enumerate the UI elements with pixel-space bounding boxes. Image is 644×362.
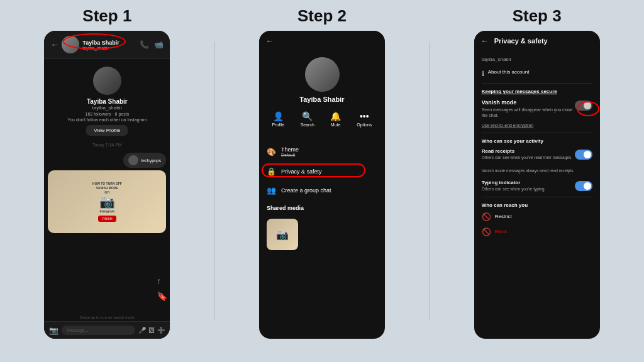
- gallery-icon[interactable]: 🖼: [148, 327, 155, 334]
- message-input[interactable]: Message...: [62, 326, 135, 335]
- action-mute[interactable]: 🔔 Mute: [330, 111, 341, 127]
- profile-name: Tayiba Shabir: [87, 98, 128, 105]
- create-group-label: Create a group chat: [281, 187, 331, 194]
- vanish-texts: Vanish mode Seen messages will disappear…: [482, 99, 575, 118]
- step-2-header: ←: [259, 31, 385, 51]
- step-3-phone: ← Privacy & safety tayiba_shabir ℹ About…: [474, 31, 600, 339]
- action-search[interactable]: 🔍 Search: [301, 111, 314, 127]
- finish-btn: FINISH: [98, 216, 116, 222]
- read-receipts-title: Read receipts: [482, 148, 575, 154]
- swipe-text: Swipe up to turn on vanish mode: [44, 314, 170, 321]
- restrict-row[interactable]: 🚫 Restrict: [474, 209, 600, 224]
- sender-name: techypops: [141, 158, 161, 163]
- encrypt-link[interactable]: Use end-to-end encryption: [474, 122, 600, 131]
- mute-label: Mute: [331, 123, 341, 127]
- header-name: Tayiba Shabir: [82, 40, 119, 46]
- phone-icon[interactable]: 📞: [140, 40, 149, 49]
- profile-name: Tayiba Shabir: [299, 96, 344, 103]
- user-info: Tayiba Shabir tayiba_shabir: [62, 36, 140, 53]
- vanish-subtitle: Seen messages will disappear when you cl…: [482, 107, 575, 118]
- media-thumbnail: 📷: [267, 219, 298, 250]
- step-1-header: ← Tayiba Shabir tayiba_shabir 📞 📹: [44, 31, 170, 59]
- bookmark-icon[interactable]: 🔖: [157, 291, 167, 301]
- typing-toggle[interactable]: [575, 181, 592, 191]
- view-profile-button[interactable]: View Profile: [86, 125, 128, 136]
- profile-avatar: [93, 67, 121, 95]
- mute-icon: 🔔: [330, 111, 341, 121]
- profile-stats: 162 followers · 8 posts: [86, 112, 130, 116]
- header-handle: tayiba_shabir: [82, 46, 119, 50]
- step-3-content: tayiba_shabir ℹ About this account Keepi…: [474, 51, 600, 339]
- image-text-2: on: [104, 190, 110, 194]
- step-1-title: Step 1: [82, 6, 131, 26]
- header-icons: 📞 📹: [140, 40, 164, 49]
- video-icon[interactable]: 📹: [154, 40, 164, 49]
- menu-list: 🎨 Theme Default 🔒 Privacy & safety 👥 Cre…: [259, 141, 385, 200]
- sender-avatar: [128, 155, 138, 165]
- block-icon: 🚫: [482, 228, 491, 236]
- step-2-title: Step 2: [297, 6, 347, 26]
- plus-icon[interactable]: ➕: [157, 327, 165, 334]
- image-text-1: HOW TO TURN OFFVANISH MODE: [92, 182, 122, 190]
- profile-avatar: [305, 57, 340, 92]
- steps-container: Step 1 ← Tayiba Shabir tayiba_shabir 📞 📹: [0, 0, 644, 362]
- keeping-secure-header: Keeping your messages secure: [474, 85, 600, 96]
- block-row[interactable]: 🚫 Block: [474, 224, 600, 239]
- read-receipts-toggle[interactable]: [575, 150, 592, 160]
- media-icon: 📷: [276, 229, 289, 241]
- step-2: Step 2 ← Tayiba Shabir 👤 Profile 🔍 Searc…: [228, 6, 417, 356]
- username: tayiba_shabir: [474, 53, 600, 65]
- send-icon[interactable]: ↑: [157, 276, 167, 286]
- lock-icon: 🔒: [267, 167, 276, 176]
- ig-logo: 📷: [99, 194, 115, 209]
- action-bar: 👤 Profile 🔍 Search 🔔 Mute ••• Options: [264, 108, 380, 130]
- input-icons: 🎤 🖼 ➕: [138, 327, 165, 334]
- step-1-phone: ← Tayiba Shabir tayiba_shabir 📞 📹: [44, 31, 170, 339]
- about-account-text: About this account: [488, 69, 530, 75]
- vanish-note-row: Vanish mode messages always send read re…: [474, 164, 600, 177]
- options-icon: •••: [360, 111, 369, 121]
- step-1-profile-section: Tayiba Shabir tayiba_shabir 162 follower…: [44, 59, 170, 140]
- typing-indicator-row: Typing indicator Others can see when you…: [474, 177, 600, 195]
- camera-icon[interactable]: 📷: [49, 326, 58, 335]
- step-3-header: ← Privacy & safety: [474, 31, 600, 51]
- vanish-title: Vanish mode: [482, 99, 575, 106]
- step-2-profile: Tayiba Shabir 👤 Profile 🔍 Search 🔔 Mute: [259, 51, 385, 141]
- step-2-phone: ← Tayiba Shabir 👤 Profile 🔍 Search 🔔: [259, 31, 385, 339]
- mic-icon[interactable]: 🎤: [138, 327, 146, 334]
- action-options[interactable]: ••• Options: [357, 111, 372, 127]
- profile-label: Profile: [272, 123, 285, 127]
- media-image: 📷: [267, 219, 298, 250]
- vanish-mode-row: Vanish mode Seen messages will disappear…: [474, 96, 600, 122]
- back-icon[interactable]: ←: [265, 36, 274, 46]
- side-icons: ↑ 🔖: [157, 276, 167, 301]
- theme-sublabel: Default: [281, 153, 299, 157]
- menu-create-group[interactable]: 👥 Create a group chat: [259, 181, 385, 200]
- read-receipts-row: Read receipts Others can see when you've…: [474, 145, 600, 163]
- about-account-item[interactable]: ℹ About this account: [474, 65, 600, 82]
- back-icon[interactable]: ←: [50, 40, 59, 50]
- action-profile[interactable]: 👤 Profile: [272, 111, 285, 127]
- image-content: HOW TO TURN OFFVANISH MODE on 📷 Instagra…: [48, 170, 166, 233]
- vanish-toggle[interactable]: [575, 101, 592, 111]
- profile-icon: 👤: [273, 111, 284, 121]
- chat-area: techypops HOW TO TURN OFFVANISH MODE on …: [44, 150, 170, 314]
- options-label: Options: [357, 123, 372, 127]
- restrict-text: Restrict: [495, 214, 512, 219]
- menu-privacy[interactable]: 🔒 Privacy & safety: [259, 162, 385, 181]
- vanish-note-text: Vanish mode messages always send read re…: [482, 168, 592, 173]
- separator-1: [214, 41, 215, 321]
- profile-handle: tayiba_shabir: [92, 105, 123, 111]
- menu-theme[interactable]: 🎨 Theme Default: [259, 141, 385, 162]
- vanish-note-texts: Vanish mode messages always send read re…: [482, 167, 592, 173]
- avatar: [62, 36, 79, 53]
- username-block: Tayiba Shabir tayiba_shabir: [82, 40, 119, 50]
- theme-label: Theme: [281, 146, 299, 153]
- search-icon: 🔍: [302, 111, 313, 121]
- image-text-3: Instagram: [99, 209, 114, 214]
- typing-sub: Others can see when you're typing.: [482, 187, 575, 192]
- back-icon[interactable]: ←: [480, 36, 489, 46]
- restrict-icon: 🚫: [482, 212, 491, 221]
- separator-2: [429, 41, 430, 321]
- follow-note: You don't follow each other on Instagram: [67, 118, 147, 122]
